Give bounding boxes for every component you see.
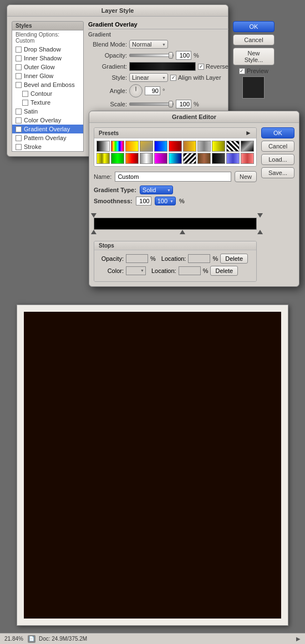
opacity-slider[interactable] [129,54,174,57]
align-layer-checkbox[interactable] [170,75,176,81]
outer-glow-checkbox[interactable] [16,64,22,70]
preset-22[interactable] [241,153,254,164]
style-row: Style: Linear Align with Layer [88,73,228,82]
new-gradient-button[interactable]: New [235,171,257,182]
status-arrow[interactable]: ▶ [296,636,301,642]
sidebar-item-contour[interactable]: Contour [12,89,83,98]
color-overlay-checkbox[interactable] [16,117,22,123]
preset-6[interactable] [169,141,182,152]
sidebar-item-drop-shadow[interactable]: Drop Shadow [12,45,83,54]
pattern-overlay-checkbox[interactable] [16,135,22,141]
sidebar-item-blending[interactable]: Blending Options: Custom [12,30,83,45]
sidebar-item-inner-shadow[interactable]: Inner Shadow [12,54,83,63]
bottom-stop-mid[interactable] [180,230,185,234]
preset-21[interactable] [226,153,240,164]
stroke-checkbox[interactable] [16,144,22,150]
preset-8[interactable] [197,141,211,152]
bottom-stop-left[interactable] [91,230,96,234]
angle-dial[interactable] [129,84,143,97]
style-label: Style: [88,74,127,81]
scale-input[interactable] [176,100,191,109]
gradient-save-button[interactable]: Save... [261,167,294,178]
preset-20[interactable] [212,153,225,164]
cancel-button[interactable]: Cancel [233,34,274,45]
texture-checkbox[interactable] [22,100,28,106]
opacity-thumb[interactable] [169,52,173,59]
smoothness-dropdown[interactable]: 100 [155,197,176,205]
opacity-delete-button[interactable]: Delete [220,254,248,264]
smoothness-input[interactable] [136,197,151,205]
stop-color-swatch[interactable] [126,266,146,275]
preset-3[interactable] [125,141,139,152]
sidebar-item-gradient-overlay[interactable]: Gradient Overlay [12,125,83,133]
inner-glow-checkbox[interactable] [16,73,22,79]
preset-5[interactable] [154,141,167,152]
preview-row: Preview [239,68,268,74]
preset-7[interactable] [183,141,196,152]
presets-grid [94,138,256,166]
scale-slider[interactable] [129,102,174,106]
preset-12[interactable] [96,153,110,164]
gradient-load-button[interactable]: Load... [261,154,294,165]
blend-mode-select[interactable]: Normal [129,40,168,49]
sidebar-item-pattern-overlay[interactable]: Pattern Overlay [12,133,83,142]
bevel-emboss-checkbox[interactable] [16,82,22,88]
presets-title: Presets ► [94,128,256,138]
styles-panel-title: Styles [12,21,84,30]
preset-10[interactable] [226,141,240,152]
preset-9[interactable] [212,141,225,152]
preset-17[interactable] [169,153,182,164]
preset-13[interactable] [111,153,124,164]
preset-1[interactable] [96,141,110,152]
new-style-button[interactable]: New Style... [233,48,274,65]
stop-color-location[interactable] [179,266,201,275]
bottom-stop-right[interactable] [257,230,263,234]
styles-list: Blending Options: Custom Drop Shadow Inn… [12,30,84,152]
preview-checkbox[interactable] [239,68,245,74]
gradient-bar[interactable] [94,218,257,230]
sidebar-item-bevel-emboss[interactable]: Bevel and Emboss [12,80,83,89]
sidebar-item-outer-glow[interactable]: Outer Glow [12,63,83,71]
name-input[interactable] [115,172,231,182]
gradient-ok-button[interactable]: OK [261,127,294,138]
preset-2[interactable] [111,141,124,152]
stop-opacity-input[interactable] [126,254,148,263]
sidebar-item-stroke[interactable]: Stroke [12,142,83,151]
presets-menu-icon[interactable]: ► [245,129,252,137]
preset-15[interactable] [140,153,153,164]
stop-opacity-location-label: Location: [161,255,186,262]
drop-shadow-checkbox[interactable] [16,47,22,53]
angle-input[interactable] [145,86,160,95]
opacity-input[interactable] [176,51,191,60]
sidebar-item-color-overlay[interactable]: Color Overlay [12,116,83,125]
preset-14[interactable] [125,153,139,164]
sidebar-item-inner-glow[interactable]: Inner Glow [12,71,83,80]
gradient-type-select[interactable]: Solid [140,186,173,194]
sidebar-item-satin[interactable]: Satin [12,107,83,116]
stop-opacity-percent: % [150,255,156,262]
style-select[interactable]: Linear [129,73,168,82]
ok-button[interactable]: OK [233,21,274,32]
reverse-checkbox[interactable] [198,64,204,70]
preset-18[interactable] [183,153,196,164]
stops-section: Stops Opacity: % Location: % Delete [94,241,257,282]
preset-4[interactable] [140,141,153,152]
gradient-type-label: Gradient Type: [94,187,136,193]
satin-checkbox[interactable] [16,109,22,115]
stop-opacity-location[interactable] [188,254,210,263]
contour-checkbox[interactable] [22,91,28,97]
scale-thumb[interactable] [169,101,173,107]
gradient-cancel-button[interactable]: Cancel [261,141,294,152]
top-stop-right[interactable] [257,213,263,218]
sidebar-item-texture[interactable]: Texture [12,98,83,107]
inner-shadow-checkbox[interactable] [16,55,22,61]
color-delete-button[interactable]: Delete [210,266,238,276]
gradient-swatch[interactable] [129,62,196,71]
gradient-overlay-checkbox[interactable] [16,126,22,132]
preset-11[interactable] [241,141,254,152]
smoothness-label: Smoothness: [94,198,133,204]
preset-19[interactable] [197,153,211,164]
doc-icon[interactable]: 📄 [28,635,35,643]
top-stop-left[interactable] [91,213,96,218]
preset-16[interactable] [154,153,167,164]
